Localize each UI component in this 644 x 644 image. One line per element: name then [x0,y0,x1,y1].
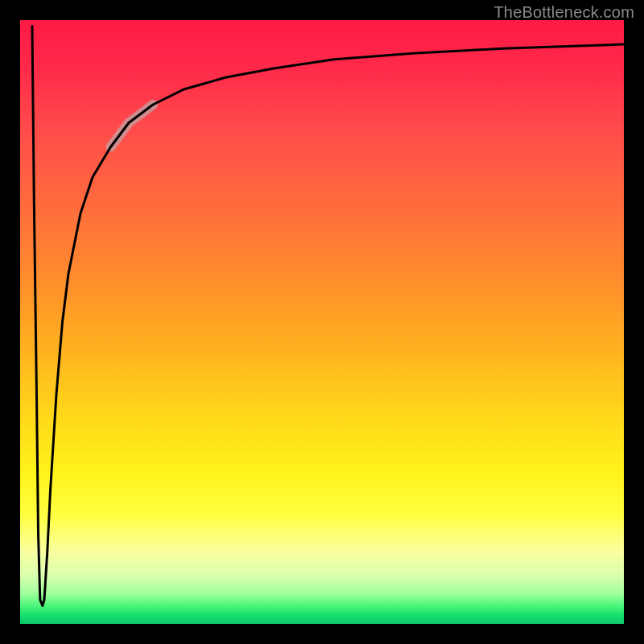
chart-frame: TheBottleneck.com [0,0,644,644]
plot-area [20,20,624,624]
bottleneck-curve [32,27,624,606]
curve-layer [20,20,624,624]
watermark-text: TheBottleneck.com [493,3,634,22]
highlight-segment [111,105,154,147]
